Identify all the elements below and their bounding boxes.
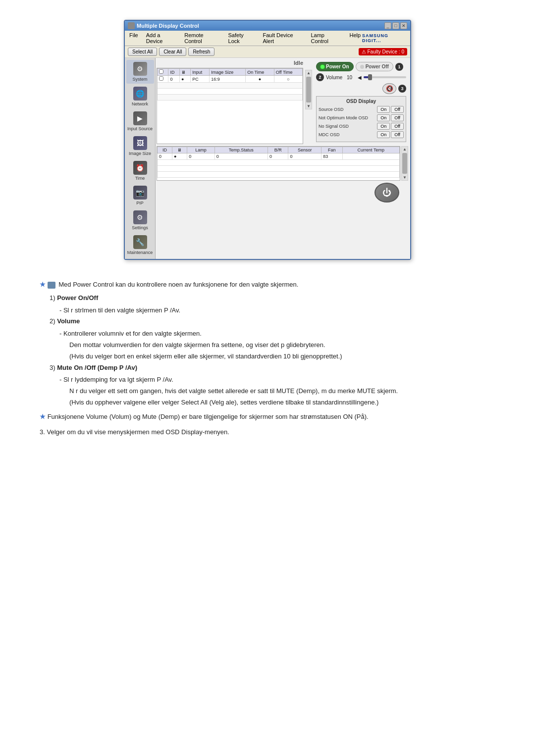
refresh-button[interactable]: Refresh — [188, 48, 214, 56]
volume-icon-left: ◀ — [358, 75, 362, 80]
note-icon — [48, 282, 55, 289]
sidebar-label-input: Input Source — [127, 126, 153, 131]
sidebar-item-image[interactable]: 🖼 Image Size — [126, 134, 154, 158]
mute-row: 🔇 3 — [316, 83, 406, 94]
osd-notoptimum-on[interactable]: On — [377, 114, 390, 121]
power-off-button[interactable]: Power Off — [356, 62, 393, 71]
osd-notoptimum-off[interactable]: Off — [391, 114, 404, 121]
sidebar-item-network[interactable]: 🌐 Network — [126, 85, 154, 108]
bot-col-br: B/R — [268, 147, 288, 153]
sidebar-item-system[interactable]: ⚙ System — [126, 60, 154, 84]
bot-col-id: ID — [158, 147, 172, 153]
pip-icon: 📷 — [133, 186, 147, 200]
item-3-header: 3) Mute On /Off (Demp P /Av) — [50, 363, 505, 373]
image-icon: 🖼 — [133, 136, 147, 150]
col-off-time: Off Time — [274, 69, 302, 76]
item-1-header: 1) Power On/Off — [50, 293, 505, 303]
sidebar-item-settings[interactable]: ⚙ Settings — [126, 208, 154, 232]
osd-source-on[interactable]: On — [377, 106, 390, 113]
select-all-checkbox[interactable] — [159, 69, 163, 74]
star-note-text: Funksjonene Volume (Volum) og Mute (Demp… — [48, 413, 369, 420]
osd-notoptimum-label: Not Optimum Mode OSD — [319, 115, 377, 120]
sidebar-item-pip[interactable]: 📷 PIP — [126, 184, 154, 207]
osd-mdc-off[interactable]: Off — [391, 131, 404, 138]
osd-source-off[interactable]: Off — [391, 106, 404, 113]
osd-row-source: Source OSD On Off — [319, 106, 404, 113]
item-2-label: Volume — [57, 317, 80, 325]
app-window: Multiple Display Control _ □ ✕ File Add … — [124, 20, 411, 260]
menu-remote[interactable]: Remote Control — [183, 32, 221, 45]
close-button[interactable]: ✕ — [400, 22, 407, 29]
bottom-device-table: ID 🖥 Lamp Temp.Status B/R Sensor Fan Cur… — [157, 146, 400, 181]
app-icon — [128, 22, 135, 29]
item-2-sub-2: Den mottar volumverdien for den valgte s… — [69, 340, 505, 351]
power-on-label: Power On — [326, 64, 349, 69]
main-content: ⚙ System 🌐 Network ▶ Input Source 🖼 Imag… — [125, 58, 410, 259]
menu-add-device[interactable]: Add a Device — [145, 32, 178, 45]
scroll-up-arrow[interactable]: ▲ — [306, 70, 311, 76]
bot-scroll-up[interactable]: ▲ — [402, 147, 407, 152]
sidebar-label-maintenance: Maintenance — [127, 250, 153, 255]
item-1-label: Power On/Off — [57, 294, 98, 302]
bot-cell-br: 0 — [268, 153, 288, 160]
item-3-label: Mute On /Off (Demp P /Av) — [57, 364, 137, 371]
clear-all-button[interactable]: Clear All — [159, 48, 186, 56]
window-title: Multiple Display Control — [137, 23, 199, 29]
faulty-device-label: Faulty Device : 0 — [368, 49, 404, 54]
item-2-sub-3: (Hvis du velger bort en enkel skjerm ell… — [69, 352, 505, 362]
menu-fault[interactable]: Fault Device Alert — [262, 32, 305, 45]
title-bar-left: Multiple Display Control — [128, 22, 199, 29]
maintenance-action-button[interactable]: ⏻ — [374, 183, 399, 202]
mute-button[interactable]: 🔇 — [382, 83, 396, 94]
osd-source-buttons: On Off — [377, 106, 404, 113]
volume-slider[interactable] — [364, 76, 406, 78]
volume-value: 10 — [347, 75, 356, 80]
cell-id: 0 — [168, 76, 179, 83]
bot-cell-temp: 0 — [214, 153, 268, 160]
scroll-thumb[interactable] — [306, 77, 311, 102]
maintenance-icon: 🔧 — [133, 235, 147, 249]
select-all-button[interactable]: Select All — [128, 48, 157, 56]
table-row[interactable]: 0 ● PC 16:9 ● ○ — [158, 76, 303, 83]
item-2-sub-1: - Kontrollerer volumniv et for den valgt… — [59, 329, 505, 339]
item-3-sub-3: (Hvis du opphever valgene eller velger S… — [69, 398, 505, 408]
menu-help[interactable]: Help — [348, 32, 362, 45]
bot-table-row-empty-3 — [158, 172, 400, 178]
menu-lamp[interactable]: Lamp Control — [309, 32, 343, 45]
bot-scroll-thumb[interactable] — [402, 153, 407, 174]
sidebar-item-maintenance[interactable]: 🔧 Maintenance — [126, 233, 154, 257]
osd-mdc-on[interactable]: On — [377, 131, 390, 138]
maximize-button[interactable]: □ — [392, 22, 399, 29]
footer-note-text: 3. Velger om du vil vise menyskjermen me… — [40, 428, 229, 436]
osd-nosignal-off[interactable]: Off — [391, 123, 404, 130]
item-1-sub-1: - Sl r strImen til den valgte skjermen P… — [59, 305, 505, 316]
volume-handle[interactable] — [368, 74, 372, 80]
scroll-down-arrow[interactable]: ▼ — [306, 103, 311, 109]
bot-scroll-down[interactable]: ▼ — [402, 175, 407, 180]
cell-off-time: ○ — [274, 76, 302, 83]
cell-input: PC — [191, 76, 210, 83]
sidebar-item-input[interactable]: ▶ Input Source — [126, 109, 154, 133]
col-on-time: On Time — [246, 69, 274, 76]
sidebar-item-time[interactable]: ⏰ Time — [126, 159, 154, 183]
bot-table-row-empty-2 — [158, 166, 400, 172]
bot-col-fan: Fan — [321, 147, 342, 153]
bot-table-row[interactable]: 0 ● 0 0 0 0 83 — [158, 153, 400, 160]
osd-nosignal-on[interactable]: On — [377, 123, 390, 130]
col-checkbox — [158, 69, 168, 76]
power-circle-num: 1 — [395, 63, 403, 71]
menu-file[interactable]: File — [128, 32, 140, 45]
bot-cell-sensor: 0 — [288, 153, 321, 160]
top-table-scrollbar[interactable]: ▲ ▼ — [305, 70, 312, 109]
menu-safety[interactable]: Safety Lock — [227, 32, 257, 45]
bottom-table-scrollbar[interactable]: ▲ ▼ — [401, 146, 408, 181]
minimize-button[interactable]: _ — [384, 22, 391, 29]
volume-label: Volume — [326, 75, 345, 80]
row-checkbox[interactable] — [159, 76, 163, 81]
osd-mdc-label: MDC OSD — [319, 132, 377, 137]
power-row: Power On Power Off 1 — [316, 62, 406, 71]
menu-items: File Add a Device Remote Control Safety … — [128, 32, 362, 45]
col-image-size: Image Size — [210, 69, 246, 76]
item-3-sub-2: N r du velger ett sett om gangen, hvis d… — [69, 386, 505, 397]
power-on-button[interactable]: Power On — [316, 62, 354, 71]
